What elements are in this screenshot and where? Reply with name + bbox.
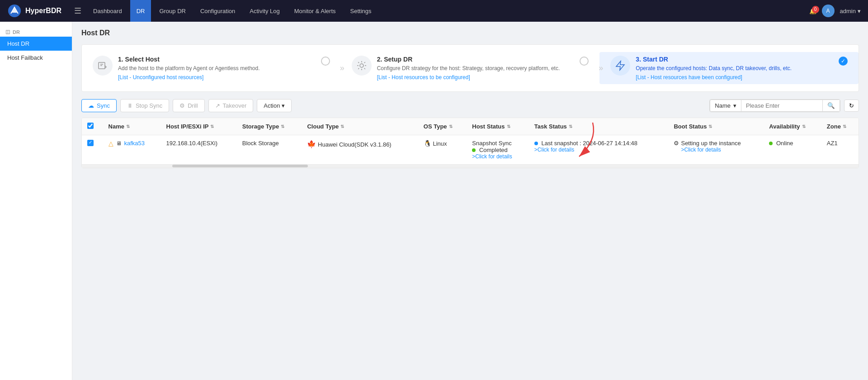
app-name: HyperBDR bbox=[25, 7, 61, 15]
sidebar-item-host-dr[interactable]: Host DR bbox=[0, 37, 72, 51]
step-2-check bbox=[580, 57, 589, 66]
th-boot-status-label: Boot Status bbox=[674, 123, 707, 130]
row-name-cell: △ 🖥 kafka53 bbox=[103, 135, 161, 164]
main-content: Host DR 1. Select Host Add the host to t… bbox=[72, 22, 868, 380]
action-dropdown-icon: ▾ bbox=[282, 102, 285, 109]
step-3-link[interactable]: [List - Host resources have been configu… bbox=[636, 74, 833, 81]
page-title: Host DR bbox=[81, 29, 859, 37]
nav-group-dr[interactable]: Group DR bbox=[153, 0, 192, 22]
th-cloud-type: Cloud Type ⇅ bbox=[302, 118, 418, 135]
sidebar-item-host-dr-label: Host DR bbox=[7, 40, 29, 47]
th-host-status-sort-icon[interactable]: ⇅ bbox=[507, 124, 510, 129]
step-1-link[interactable]: [List - Unconfigured host resources] bbox=[118, 74, 316, 81]
th-cloud-type-sort-icon[interactable]: ⇅ bbox=[340, 124, 344, 129]
sidebar-section-icon: ◫ bbox=[5, 29, 10, 35]
toolbar-right: Name ▾ 🔍 ↻ bbox=[709, 99, 859, 112]
search-input[interactable] bbox=[741, 100, 823, 112]
row-host-status-cell: Snapshot Sync Completed >Click for detai… bbox=[467, 135, 529, 164]
sidebar-item-host-failback[interactable]: Host Failback bbox=[0, 51, 72, 65]
takeover-label: Takeover bbox=[223, 102, 247, 109]
search-button[interactable]: 🔍 bbox=[823, 100, 840, 112]
takeover-icon: ↗ bbox=[215, 102, 220, 109]
sync-button[interactable]: ☁ Sync bbox=[81, 99, 117, 112]
step-2-content: 2. Setup DR Configure DR strategy for th… bbox=[377, 56, 575, 81]
step-2-icon bbox=[352, 56, 372, 76]
th-os-type-sort-icon[interactable]: ⇅ bbox=[449, 124, 453, 129]
action-label: Action bbox=[264, 102, 280, 109]
takeover-button[interactable]: ↗ Takeover bbox=[208, 99, 254, 112]
action-button[interactable]: Action ▾ bbox=[257, 99, 292, 112]
host-status-dot bbox=[472, 148, 476, 152]
row-os-type: Linux bbox=[433, 140, 447, 147]
sidebar: ◫ DR Host DR Host Failback bbox=[0, 22, 72, 380]
search-icon: 🔍 bbox=[827, 102, 835, 109]
drill-icon: ⚙ bbox=[179, 102, 185, 109]
drill-button[interactable]: ⚙ Drill bbox=[173, 99, 204, 112]
boot-status-link[interactable]: >Click for details bbox=[681, 147, 741, 153]
host-dr-table: Name ⇅ Host IP/ESXi IP ⇅ bbox=[82, 118, 859, 164]
nav-settings[interactable]: Settings bbox=[344, 0, 378, 22]
user-avatar: A bbox=[822, 5, 835, 17]
row-zone-cell: AZ1 bbox=[821, 135, 859, 164]
row-storage-type: Block Storage bbox=[242, 140, 279, 147]
th-boot-status: Boot Status ⇅ bbox=[668, 118, 764, 135]
nav-dr[interactable]: DR bbox=[130, 0, 151, 22]
host-status-link[interactable]: >Click for details bbox=[472, 153, 524, 160]
sidebar-section-dr: ◫ DR bbox=[0, 25, 72, 37]
stop-sync-label: Stop Sync bbox=[136, 102, 162, 109]
th-cloud-type-label: Cloud Type bbox=[307, 123, 339, 130]
th-host-ip-sort-icon[interactable]: ⇅ bbox=[210, 124, 214, 129]
nav-configuration[interactable]: Configuration bbox=[194, 0, 241, 22]
drill-label: Drill bbox=[188, 102, 198, 109]
table-row: △ 🖥 kafka53 192.168.10.4(ESXi) Block Sto… bbox=[82, 135, 859, 164]
step-1-content: 1. Select Host Add the host to the platf… bbox=[118, 56, 316, 81]
th-storage-type-label: Storage Type bbox=[242, 123, 279, 130]
table-header: Name ⇅ Host IP/ESXi IP ⇅ bbox=[82, 118, 859, 135]
row-storage-type-cell: Block Storage bbox=[237, 135, 302, 164]
sidebar-section-label: DR bbox=[13, 29, 20, 35]
nav-monitor-alerts[interactable]: Monitor & Alerts bbox=[288, 0, 342, 22]
select-all-checkbox[interactable] bbox=[87, 123, 94, 129]
step-1-icon bbox=[93, 56, 113, 76]
th-storage-type: Storage Type ⇅ bbox=[237, 118, 302, 135]
row-checkbox-cell bbox=[82, 135, 103, 164]
step-2-link[interactable]: [List - Host resources to be configured] bbox=[377, 74, 575, 81]
stop-sync-button[interactable]: ⏸ Stop Sync bbox=[120, 99, 169, 112]
row-checkbox[interactable] bbox=[87, 140, 94, 146]
search-select-chevron: ▾ bbox=[733, 102, 736, 109]
hamburger-button[interactable]: ☰ bbox=[71, 4, 85, 18]
search-select[interactable]: Name ▾ bbox=[710, 100, 741, 112]
availability-dot bbox=[769, 142, 773, 145]
th-os-type: OS Type ⇅ bbox=[418, 118, 467, 135]
th-zone: Zone ⇅ bbox=[821, 118, 859, 135]
host-icon-container: △ 🖥 kafka53 bbox=[108, 140, 156, 147]
host-name[interactable]: kafka53 bbox=[124, 140, 145, 147]
row-cloud-type-cell: 🍁 Huawei Cloud(SDK v3.1.86) bbox=[302, 135, 418, 164]
row-cloud-type: Huawei Cloud(SDK v3.1.86) bbox=[318, 141, 392, 148]
th-boot-status-sort-icon[interactable]: ⇅ bbox=[708, 124, 712, 129]
refresh-button[interactable]: ↻ bbox=[844, 100, 859, 112]
nav-dashboard[interactable]: Dashboard bbox=[87, 0, 128, 22]
sync-icon: ☁ bbox=[88, 102, 94, 109]
th-storage-type-sort-icon[interactable]: ⇅ bbox=[281, 124, 284, 129]
nav-activity-log[interactable]: Activity Log bbox=[243, 0, 286, 22]
step-1-check bbox=[321, 57, 330, 66]
th-availability-label: Availability bbox=[769, 123, 800, 130]
sidebar-item-host-failback-label: Host Failback bbox=[7, 54, 43, 61]
th-host-ip-label: Host IP/ESXi IP bbox=[166, 123, 209, 130]
user-menu[interactable]: admin ▾ bbox=[840, 8, 861, 14]
table-scrollbar[interactable] bbox=[82, 164, 859, 168]
th-zone-sort-icon[interactable]: ⇅ bbox=[843, 124, 846, 129]
app-logo[interactable]: HyperBDR bbox=[7, 4, 61, 18]
row-host-status-sub-text: Completed bbox=[479, 147, 508, 153]
notification-bell[interactable]: 🔔 0 bbox=[809, 8, 816, 14]
boot-status-container: ⚙ Setting up the instance >Click for det… bbox=[674, 140, 758, 153]
th-name-sort-icon[interactable]: ⇅ bbox=[126, 124, 130, 129]
toolbar: ☁ Sync ⏸ Stop Sync ⚙ Drill ↗ Takeover Ac… bbox=[81, 99, 859, 112]
row-host-status-text: Snapshot Sync bbox=[472, 140, 524, 147]
th-availability-sort-icon[interactable]: ⇅ bbox=[802, 124, 806, 129]
step-1-desc: Add the host to the platform by Agent or… bbox=[118, 65, 316, 72]
th-host-status-label: Host Status bbox=[472, 123, 505, 130]
th-name-label: Name bbox=[108, 123, 124, 130]
step-2-desc: Configure DR strategy for the host: Stra… bbox=[377, 65, 575, 72]
